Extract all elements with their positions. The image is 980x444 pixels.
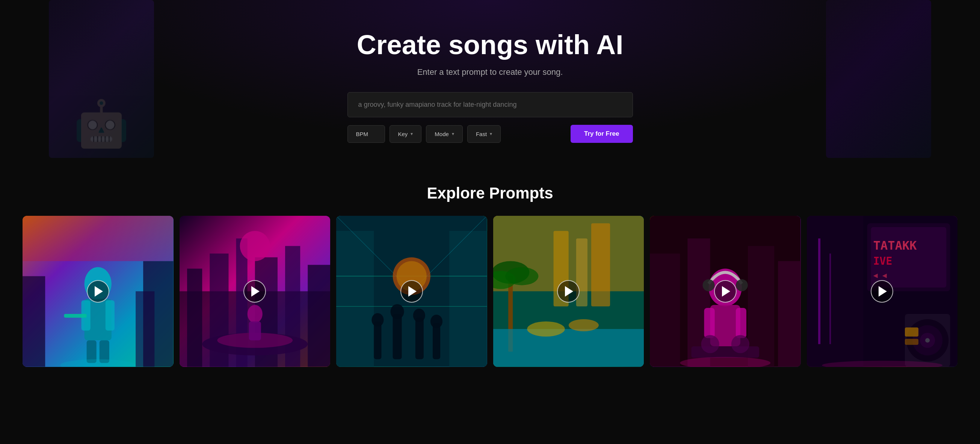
prompt-card-2[interactable]: [180, 216, 331, 367]
key-label: Key: [398, 131, 408, 137]
prompt-input-container: [347, 92, 633, 117]
mode-label: Mode: [434, 131, 449, 137]
bpm-label: BPM: [356, 131, 369, 137]
key-button[interactable]: Key ▾: [390, 125, 422, 143]
card-6-overlay: [807, 216, 958, 367]
explore-title: Explore Prompts: [22, 184, 958, 202]
prompt-card-1[interactable]: [22, 216, 173, 367]
prompts-grid: TATAKK IVE ◀ ◀: [22, 216, 958, 367]
prompt-card-3[interactable]: [336, 216, 487, 367]
card-5-play-button[interactable]: [714, 280, 737, 303]
card-6-play-icon: [878, 286, 887, 297]
page-title: Create songs with AI: [357, 30, 623, 60]
hero-section: Create songs with AI Enter a text prompt…: [0, 0, 980, 165]
prompt-input[interactable]: [347, 92, 633, 117]
card-4-play-button[interactable]: [557, 280, 579, 303]
card-3-play-button[interactable]: [401, 280, 423, 303]
explore-section: Explore Prompts: [0, 165, 980, 382]
card-3-play-icon: [408, 286, 417, 297]
bg-robot-image: [49, 0, 154, 158]
prompt-card-5[interactable]: [650, 216, 801, 367]
speed-button[interactable]: Fast ▾: [467, 125, 501, 143]
card-1-play-button[interactable]: [87, 280, 109, 303]
prompt-card-4[interactable]: [493, 216, 644, 367]
card-2-play-button[interactable]: [243, 280, 266, 303]
mode-chevron-icon: ▾: [452, 131, 454, 136]
speed-chevron-icon: ▾: [490, 131, 492, 136]
card-1-play-icon: [95, 286, 103, 297]
card-4-play-icon: [565, 286, 573, 297]
controls-row: BPM Key ▾ Mode ▾ Fast ▾ Try for Free: [347, 125, 633, 143]
speed-label: Fast: [476, 131, 487, 137]
card-5-play-icon: [722, 286, 730, 297]
try-free-button[interactable]: Try for Free: [571, 125, 633, 143]
card-4-overlay: [493, 216, 644, 367]
mode-button[interactable]: Mode ▾: [426, 125, 463, 143]
card-2-overlay: [180, 216, 331, 367]
card-1-overlay: [22, 216, 173, 367]
card-2-play-icon: [251, 286, 259, 297]
prompt-card-6[interactable]: TATAKK IVE ◀ ◀: [807, 216, 958, 367]
card-3-overlay: [336, 216, 487, 367]
bg-dj-image: [826, 0, 931, 158]
card-6-play-button[interactable]: [871, 280, 893, 303]
key-chevron-icon: ▾: [410, 131, 413, 136]
bpm-button[interactable]: BPM: [347, 125, 385, 143]
page-subtitle: Enter a text prompt to create your song.: [417, 67, 563, 77]
card-5-overlay: [650, 216, 801, 367]
